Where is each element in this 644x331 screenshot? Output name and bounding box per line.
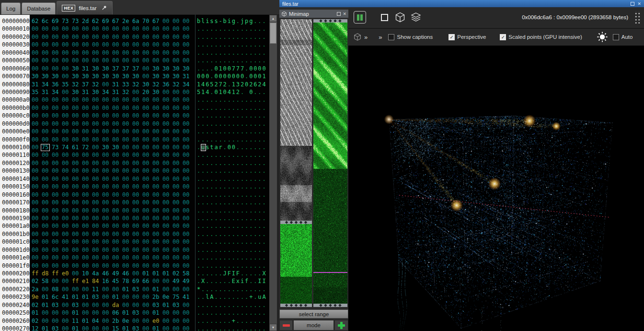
hex-ascii[interactable]: ................ (197, 254, 267, 261)
scrollbar-track[interactable] (269, 22, 277, 324)
hex-row[interactable]: 000001b000000000000000000000000000000000… (0, 230, 269, 238)
hex-bytes[interactable]: 00000000000000000000000000000000 (32, 183, 193, 190)
minimap-close-icon[interactable]: ✕ (343, 12, 346, 16)
hex-row[interactable]: 000002400201030003000000da00000003010300… (0, 301, 269, 309)
hex-ascii[interactable]: ................ (197, 136, 267, 143)
hex-ascii[interactable]: ....0100777.0000 (197, 65, 267, 72)
cube-view-icon[interactable] (394, 12, 406, 23)
hex-ascii[interactable]: ................ (197, 262, 267, 269)
hex-row[interactable]: 000001c000000000000000000000000000000000… (0, 238, 269, 246)
hex-row[interactable]: 000000b000000000000000000000000000000000… (0, 104, 269, 112)
hex-ascii[interactable]: ................ (197, 302, 267, 308)
hex-ascii[interactable]: ................ (197, 34, 267, 40)
hex-ascii[interactable]: ................ (197, 41, 267, 48)
hex-ascii[interactable]: ................ (197, 191, 267, 198)
float-window-icon[interactable] (631, 2, 634, 6)
hex-bytes[interactable]: 00000000000000000000000000000000 (32, 262, 193, 269)
hex-bytes[interactable]: 00000000000000000000000000000000 (32, 223, 193, 229)
hex-row[interactable]: 000001f000000000000000000000000000000000… (0, 262, 269, 270)
hex-bytes[interactable]: 02000000110104002b0e0000e0000000 (32, 318, 193, 324)
hex-bytes[interactable]: 01000000010000000601030001000000 (32, 309, 193, 316)
hex-ascii[interactable]: ................ (197, 199, 267, 206)
hex-ascii[interactable]: ................ (197, 96, 267, 103)
hex-row[interactable]: 0000011000000000000000000000000000000000… (0, 151, 269, 159)
hex-ascii[interactable]: .ustar.00....... (197, 144, 267, 151)
hex-bytes[interactable]: 9e016c4101010300010000002b0e7541 (32, 294, 193, 300)
hex-ascii[interactable]: bliss-big.jpg... (197, 18, 267, 24)
hex-bytes[interactable]: 00000000000000000000000000000000 (32, 34, 193, 40)
pin-icon[interactable] (101, 5, 107, 11)
auto-brightness-checkbox[interactable] (613, 34, 619, 40)
hex-row[interactable]: 0000021002580000ffe184164578696600004949… (0, 277, 269, 285)
hex-scrollbar[interactable]: ▲ ▼ (269, 15, 277, 331)
scaled-points-checkbox[interactable]: ✓ (500, 34, 506, 40)
hex-row[interactable]: 0000026002000000110104002b0e0000e0000000… (0, 317, 269, 325)
hex-bytes[interactable]: 00000000000000000000000000000000 (32, 160, 193, 166)
hex-bytes[interactable]: 00000000000000000000000000000000 (32, 120, 193, 127)
hex-bytes[interactable]: 00000000000000000000000000000000 (32, 112, 193, 119)
hex-row[interactable]: 000001a000000000000000000000000000000000… (0, 222, 269, 230)
hex-ascii[interactable]: *............... (197, 286, 267, 293)
hex-bytes[interactable]: 0201030003000000da00000003010300 (32, 302, 193, 308)
tab-database[interactable]: Database (22, 2, 56, 14)
hex-row[interactable]: 000000f000000000000000000000000000000000… (0, 136, 269, 143)
sampler-cube-icon[interactable] (353, 33, 362, 41)
hex-row[interactable]: 000002202a000800000011000001030001000000… (0, 285, 269, 293)
hex-row[interactable]: 0000005000000000000000000000000000000000… (0, 57, 269, 64)
hex-bytes[interactable]: 00000000000000000000000000000000 (32, 128, 193, 135)
tab-log[interactable]: Log (1, 2, 21, 14)
hex-row[interactable]: 0000001000000000000000000000000000000000… (0, 25, 269, 33)
hex-bytes[interactable]: 00000000000000000000000000000000 (32, 57, 193, 64)
brightness-icon[interactable] (596, 31, 609, 43)
hex-ascii[interactable]: ................ (197, 57, 267, 64)
hex-row[interactable]: 00000000626c6973732d6269672e6a7067000000… (0, 17, 269, 25)
hex-ascii[interactable]: ..lA........+.uA (197, 294, 267, 300)
hex-row[interactable]: 0000014000000000000000000000000000000000… (0, 175, 269, 183)
toolbar-grip-icon[interactable] (634, 11, 640, 24)
hex-row[interactable]: 0000003000000000000000000000000000000000… (0, 41, 269, 48)
perspective-checkbox[interactable]: ✓ (448, 34, 455, 40)
hex-bytes[interactable]: 00000000000000000000000000000000 (32, 176, 193, 182)
hex-ascii[interactable]: ........+....... (197, 318, 267, 324)
hex-row[interactable]: 000001d000000000000000000000000000000000… (0, 246, 269, 254)
hex-row[interactable]: 000000e000000000000000000000000000000000… (0, 128, 269, 135)
hex-row[interactable]: 0000027012010300010000001501030001000000… (0, 325, 269, 331)
hex-ascii[interactable]: ................ (197, 160, 267, 166)
hex-row[interactable]: 000002309e016c4101010300010000002b0e7541… (0, 293, 269, 301)
scroll-up-button[interactable]: ▲ (269, 15, 277, 22)
minimap-strip-entropy[interactable] (280, 19, 312, 307)
hex-row[interactable]: 0000007030303000303030303030300030303031… (0, 72, 269, 80)
hex-ascii[interactable]: 000.0000000.0001 (197, 73, 267, 80)
expand-chevron2-icon[interactable]: » (379, 34, 382, 41)
hex-ascii[interactable]: ................ (197, 25, 267, 32)
hex-row[interactable]: 0000004000000000000000000000000000000000… (0, 49, 269, 57)
hex-bytes[interactable]: 2a000800000011000001030001000000 (32, 286, 193, 293)
hex-row[interactable]: 00000200ffd8ffe000104a464946000101010258… (0, 270, 269, 277)
hex-ascii[interactable]: ................ (197, 183, 267, 190)
expand-chevron-icon[interactable]: » (364, 34, 368, 41)
hex-row[interactable]: 000001e000000000000000000000000000000000… (0, 254, 269, 261)
hex-bytes[interactable]: 00000000000000000000000000000000 (32, 96, 193, 103)
hex-row[interactable]: 0000008031343635323732003133323032363234… (0, 81, 269, 88)
hex-row[interactable]: 0000018000000000000000000000000000000000… (0, 207, 269, 214)
hex-bytes[interactable]: 00000000000000000000000000000000 (32, 167, 193, 174)
hex-row[interactable]: 000000a000000000000000000000000000000000… (0, 96, 269, 104)
minimap-titlebar[interactable]: Minimap ✕ (279, 10, 348, 18)
hex-row[interactable]: 0000009035313400303130343132002030000000… (0, 88, 269, 96)
hex-bytes[interactable]: 00000000000000000000000000000000 (32, 254, 193, 261)
hex-bytes[interactable]: 00000000000000000000000000000000 (32, 191, 193, 198)
hex-ascii[interactable]: ................ (197, 238, 267, 245)
hex-row[interactable]: 0000010000757374617200303000000000000000… (0, 143, 269, 151)
hex-ascii[interactable]: ................ (197, 120, 267, 127)
hex-bytes[interactable]: 00000000000000000000000000000000 (32, 199, 193, 206)
select-range-button[interactable]: select range (279, 309, 348, 319)
hex-bytes[interactable]: 30303000303030303030300030303031 (32, 73, 193, 80)
hex-bytes[interactable]: 00000000000000000000000000000000 (32, 49, 193, 56)
hex-ascii[interactable]: ................ (197, 112, 267, 119)
hex-ascii[interactable]: .X......Exif..II (197, 278, 267, 284)
show-captions-checkbox[interactable] (388, 34, 394, 40)
hex-bytes[interactable]: 31343635323732003133323032363234 (32, 81, 193, 88)
hex-bytes[interactable]: 00000000000000000000000000000000 (32, 231, 193, 237)
hex-ascii[interactable]: ................ (197, 223, 267, 229)
hex-ascii[interactable]: ......JFIF.....X (197, 270, 267, 277)
